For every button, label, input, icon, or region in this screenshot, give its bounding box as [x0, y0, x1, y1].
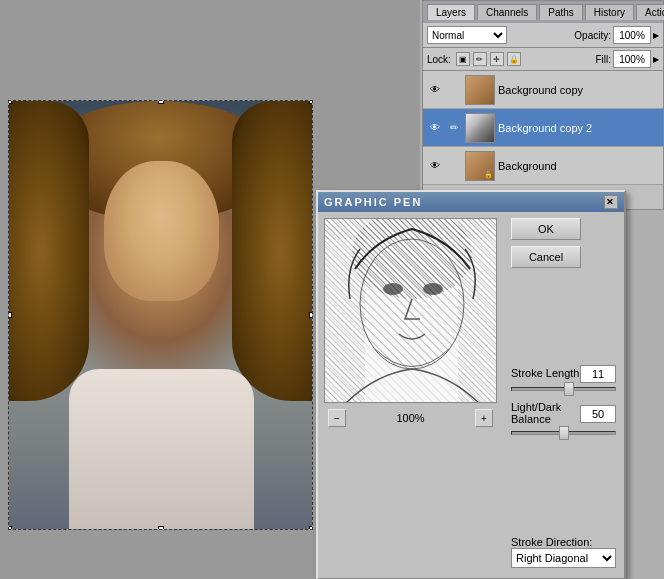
- tab-channels[interactable]: Channels: [477, 4, 537, 20]
- stroke-length-thumb[interactable]: [564, 382, 574, 396]
- tab-layers[interactable]: Layers: [427, 4, 475, 20]
- lock-all-icon[interactable]: 🔒: [507, 52, 521, 66]
- layer-thumb-background: 🔒: [465, 151, 495, 181]
- dialog-body: − 100% + OK Cancel Stroke Length: [318, 212, 624, 574]
- light-dark-slider[interactable]: [511, 431, 616, 435]
- selection-handle-tl[interactable]: [8, 100, 12, 104]
- stroke-length-input[interactable]: [580, 365, 616, 383]
- light-dark-section: Light/Dark Balance: [511, 401, 616, 439]
- blend-mode-select[interactable]: Normal: [427, 26, 507, 44]
- layers-controls: Normal Opacity: ▶: [423, 23, 663, 48]
- graphic-pen-dialog: GRAPHIC PEN ✕: [316, 190, 626, 579]
- zoom-out-button[interactable]: −: [328, 409, 346, 427]
- photo-frame: [8, 100, 313, 530]
- light-dark-row: Light/Dark Balance: [511, 401, 616, 427]
- light-dark-thumb[interactable]: [559, 426, 569, 440]
- dialog-close-button[interactable]: ✕: [604, 195, 618, 209]
- selection-handle-bl[interactable]: [8, 526, 12, 530]
- lock-pixels-icon[interactable]: ✏: [473, 52, 487, 66]
- selection-handle-tr[interactable]: [309, 100, 313, 104]
- eye-icon-bg-copy[interactable]: 👁: [427, 82, 443, 98]
- opacity-arrow[interactable]: ▶: [653, 31, 659, 40]
- zoom-in-button[interactable]: +: [475, 409, 493, 427]
- selection-handle-br[interactable]: [309, 526, 313, 530]
- selection-handle-bm[interactable]: [158, 526, 164, 530]
- preview-zoom-label: 100%: [396, 412, 424, 424]
- selection-handle-mr[interactable]: [309, 312, 313, 318]
- lock-position-icon[interactable]: ✛: [490, 52, 504, 66]
- layer-name-bg-copy2: Background copy 2: [498, 122, 659, 134]
- preview-controls: − 100% +: [324, 407, 497, 429]
- layer-lock-icon: 🔒: [484, 171, 493, 179]
- cancel-button[interactable]: Cancel: [511, 246, 581, 268]
- opacity-input[interactable]: [613, 26, 651, 44]
- eye-icon-bg-copy2[interactable]: 👁: [427, 120, 443, 136]
- ok-button[interactable]: OK: [511, 218, 581, 240]
- tab-history[interactable]: History: [585, 4, 634, 20]
- lock-row: Lock: ▣ ✏ ✛ 🔒 Fill: ▶: [423, 48, 663, 71]
- dialog-title: GRAPHIC PEN: [324, 196, 422, 208]
- pen-icon-background: [446, 158, 462, 174]
- stroke-direction-label: Stroke Direction:: [511, 536, 592, 548]
- selection-handle-ml[interactable]: [8, 312, 12, 318]
- preview-image: [324, 218, 497, 403]
- pen-icon-bg-copy: [446, 82, 462, 98]
- layers-tabs: Layers Channels Paths History Actions: [423, 1, 663, 23]
- fill-arrow[interactable]: ▶: [653, 55, 659, 64]
- layer-thumb-bg-copy: [465, 75, 495, 105]
- opacity-label: Opacity:: [574, 30, 611, 41]
- dialog-controls-section: OK Cancel Stroke Length Light/Dark Balan…: [503, 212, 624, 574]
- photo-image: [9, 101, 312, 529]
- selection-handle-tm[interactable]: [158, 100, 164, 104]
- fill-label: Fill:: [595, 54, 611, 65]
- layers-panel: Layers Channels Paths History Actions No…: [422, 0, 664, 210]
- svg-rect-9: [325, 219, 497, 239]
- layer-item-bg-copy[interactable]: 👁 Background copy: [423, 71, 663, 109]
- stroke-direction-select[interactable]: Right Diagonal Left Diagonal Vertical Ho…: [511, 548, 616, 568]
- svg-point-5: [383, 283, 403, 295]
- stroke-length-row: Stroke Length: [511, 365, 616, 383]
- opacity-row: Opacity: ▶: [574, 26, 659, 44]
- light-dark-label: Light/Dark Balance: [511, 401, 580, 425]
- light-dark-input[interactable]: [580, 405, 616, 423]
- layer-name-background: Background: [498, 160, 659, 172]
- svg-rect-8: [458, 219, 497, 403]
- layer-thumb-bg-copy2: [465, 113, 495, 143]
- svg-point-6: [423, 283, 443, 295]
- preview-sketch-svg: [325, 219, 497, 403]
- layer-item-background[interactable]: 👁 🔒 Background: [423, 147, 663, 185]
- fill-input[interactable]: [613, 50, 651, 68]
- stroke-length-section: Stroke Length: [511, 365, 616, 395]
- lock-label: Lock:: [427, 54, 451, 65]
- layer-item-bg-copy2[interactable]: 👁 ✏ Background copy 2: [423, 109, 663, 147]
- svg-rect-7: [325, 219, 365, 403]
- layer-name-bg-copy: Background copy: [498, 84, 659, 96]
- stroke-length-label: Stroke Length: [511, 367, 580, 379]
- tab-actions[interactable]: Actions: [636, 4, 664, 20]
- stroke-length-slider[interactable]: [511, 387, 616, 391]
- lock-transparent-icon[interactable]: ▣: [456, 52, 470, 66]
- stroke-direction-section: Stroke Direction: Right Diagonal Left Di…: [511, 536, 616, 568]
- eye-icon-background[interactable]: 👁: [427, 158, 443, 174]
- dialog-preview-section: − 100% +: [318, 212, 503, 574]
- tab-paths[interactable]: Paths: [539, 4, 583, 20]
- pen-icon-bg-copy2: ✏: [446, 120, 462, 136]
- dialog-titlebar: GRAPHIC PEN ✕: [318, 192, 624, 212]
- fill-row: Fill: ▶: [595, 50, 659, 68]
